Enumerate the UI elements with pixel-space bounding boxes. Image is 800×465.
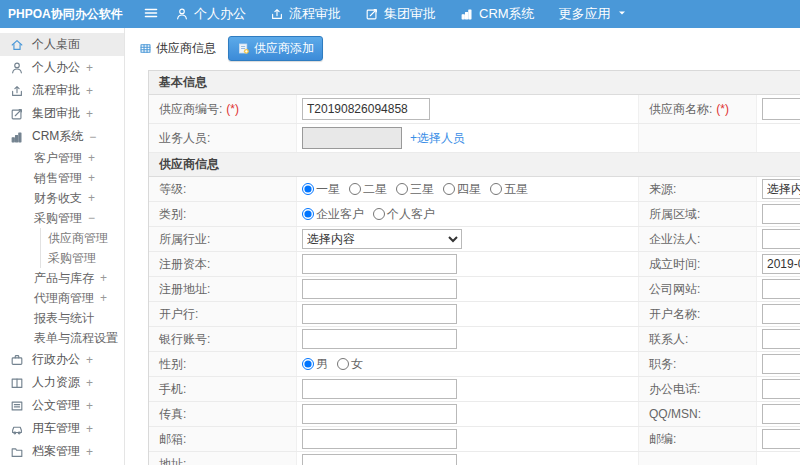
- sidebar-item[interactable]: 报表与统计: [0, 308, 124, 328]
- field-cell: [756, 377, 800, 401]
- radio-option[interactable]: 四星: [443, 181, 481, 198]
- topnav-item-4[interactable]: CRM系统: [460, 5, 535, 23]
- radio-input[interactable]: [337, 358, 349, 370]
- text-input[interactable]: [302, 454, 457, 465]
- text-input[interactable]: [762, 204, 800, 224]
- text-input[interactable]: [302, 254, 457, 274]
- radio-input[interactable]: [443, 183, 455, 195]
- text-input[interactable]: [762, 379, 800, 399]
- topnav-item-label: 流程审批: [289, 5, 341, 23]
- radio-input[interactable]: [302, 358, 314, 370]
- radio-input[interactable]: [302, 208, 314, 220]
- radio-option[interactable]: 五星: [490, 181, 528, 198]
- expand-plus-icon[interactable]: +: [86, 376, 93, 390]
- expand-plus-icon[interactable]: +: [86, 107, 93, 121]
- expand-plus-icon[interactable]: +: [86, 84, 93, 98]
- text-input[interactable]: [762, 329, 800, 349]
- sidebar-item[interactable]: 销售管理+: [0, 168, 124, 188]
- radio-option[interactable]: 二星: [349, 181, 387, 198]
- radio-option[interactable]: 女: [337, 356, 363, 373]
- text-input[interactable]: [762, 254, 800, 274]
- text-input[interactable]: [762, 279, 800, 299]
- radio-input[interactable]: [349, 183, 361, 195]
- field-label-text: 办公电话:: [649, 381, 700, 398]
- text-input[interactable]: [762, 98, 800, 120]
- sidebar-item[interactable]: 供应商管理: [0, 228, 124, 248]
- radio-option[interactable]: 男: [302, 356, 328, 373]
- field-label: 办公电话:: [638, 377, 756, 401]
- radio-input[interactable]: [490, 183, 502, 195]
- text-input[interactable]: [762, 429, 800, 449]
- tab-2[interactable]: 供应商添加: [228, 36, 323, 61]
- topnav-item-1[interactable]: 个人办公: [175, 5, 246, 23]
- expand-plus-icon[interactable]: +: [86, 61, 93, 75]
- radio-input[interactable]: [302, 183, 314, 195]
- expand-plus-icon[interactable]: +: [86, 445, 93, 459]
- person-picker-input[interactable]: [302, 127, 402, 149]
- text-input[interactable]: [302, 98, 430, 120]
- field-label: 供应商名称:(*): [638, 95, 756, 123]
- text-input[interactable]: [762, 229, 800, 249]
- text-input[interactable]: [302, 304, 457, 324]
- radio-input[interactable]: [373, 208, 385, 220]
- sidebar-item[interactable]: 档案管理+: [0, 440, 124, 463]
- topnav-item-3[interactable]: 集团审批: [365, 5, 436, 23]
- sidebar-item[interactable]: 流程审批+: [0, 79, 124, 102]
- radio-option[interactable]: 企业客户: [302, 206, 364, 223]
- sidebar-item[interactable]: 表单与流程设置+: [0, 328, 124, 348]
- radio-option[interactable]: 个人客户: [373, 206, 435, 223]
- sidebar-item[interactable]: 行政办公+: [0, 348, 124, 371]
- sidebar-item[interactable]: 采购管理−: [0, 208, 124, 228]
- menu-toggle-button[interactable]: [143, 5, 159, 24]
- sidebar-item[interactable]: 财务收支+: [0, 188, 124, 208]
- sidebar-item[interactable]: 人力资源+: [0, 371, 124, 394]
- expand-plus-icon[interactable]: +: [88, 191, 95, 205]
- topnav-item-2[interactable]: 流程审批: [270, 5, 341, 23]
- form-row: 等级:一星二星三星四星五星来源:选择内容: [149, 177, 800, 202]
- expand-plus-icon[interactable]: +: [86, 422, 93, 436]
- collapse-minus-icon[interactable]: −: [89, 130, 96, 144]
- sidebar-item-label: 报表与统计: [34, 310, 94, 327]
- choose-person-link[interactable]: +选择人员: [410, 130, 465, 147]
- sidebar-item[interactable]: 采购管理: [0, 248, 124, 268]
- text-input[interactable]: [302, 429, 457, 449]
- select-input[interactable]: 选择内容: [302, 229, 462, 249]
- expand-plus-icon[interactable]: +: [88, 171, 95, 185]
- text-input[interactable]: [762, 354, 800, 374]
- radio-option[interactable]: 一星: [302, 181, 340, 198]
- sidebar-item[interactable]: CRM系统−: [0, 125, 124, 148]
- sidebar-item[interactable]: 公文管理+: [0, 394, 124, 417]
- select-input[interactable]: 选择内容: [762, 179, 800, 199]
- expand-plus-icon[interactable]: +: [86, 399, 93, 413]
- sidebar-item[interactable]: 客户管理+: [0, 148, 124, 168]
- form-row: 开户行:开户名称:: [149, 302, 800, 327]
- collapse-minus-icon[interactable]: −: [88, 211, 95, 225]
- radio-option[interactable]: 三星: [396, 181, 434, 198]
- sidebar-item[interactable]: 集团审批+: [0, 102, 124, 125]
- expand-plus-icon[interactable]: +: [100, 291, 107, 305]
- text-input[interactable]: [302, 329, 457, 349]
- sidebar-item[interactable]: 代理商管理+: [0, 288, 124, 308]
- sidebar-item[interactable]: 个人办公+: [0, 56, 124, 79]
- field-label-text: 等级:: [159, 181, 186, 198]
- text-input[interactable]: [762, 304, 800, 324]
- field-cell: 男女: [296, 352, 638, 376]
- expand-plus-icon[interactable]: +: [86, 353, 93, 367]
- field-label: 所属区域:: [638, 202, 756, 226]
- field-label-text: 供应商编号:: [159, 101, 222, 118]
- sidebar-item-label: 人力资源: [32, 374, 80, 391]
- text-input[interactable]: [302, 279, 457, 299]
- text-input[interactable]: [302, 379, 457, 399]
- expand-plus-icon[interactable]: +: [88, 151, 95, 165]
- sidebar-item[interactable]: 用车管理+: [0, 417, 124, 440]
- field-label: 地址:: [149, 452, 296, 465]
- tab-1[interactable]: 供应商信息: [135, 37, 220, 60]
- sidebar-item[interactable]: 个人桌面: [0, 33, 124, 56]
- expand-plus-icon[interactable]: +: [100, 271, 107, 285]
- topnav-item-5[interactable]: 更多应用: [559, 5, 628, 23]
- sidebar-item[interactable]: 产品与库存+: [0, 268, 124, 288]
- field-label: 开户名称:: [638, 302, 756, 326]
- text-input[interactable]: [302, 404, 457, 424]
- radio-input[interactable]: [396, 183, 408, 195]
- text-input[interactable]: [762, 404, 800, 424]
